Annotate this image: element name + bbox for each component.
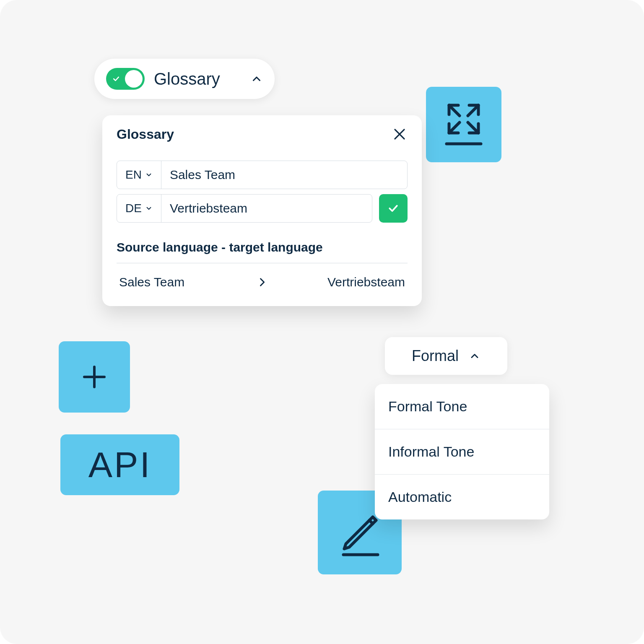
expand-tile[interactable] bbox=[426, 87, 501, 162]
source-lang-picker[interactable]: EN bbox=[117, 161, 161, 189]
source-lang-code: EN bbox=[125, 168, 142, 182]
tone-selector[interactable]: Formal bbox=[385, 337, 507, 375]
glossary-panel: Glossary EN DE bbox=[102, 115, 422, 306]
glossary-entry-row[interactable]: Sales Team Vertriebsteam bbox=[117, 263, 408, 289]
glossary-toggle[interactable] bbox=[106, 68, 145, 90]
tone-menu: Formal Tone Informal Tone Automatic bbox=[375, 384, 549, 519]
source-term-group: EN bbox=[117, 161, 408, 189]
glossary-toggle-label: Glossary bbox=[154, 70, 241, 88]
glossary-panel-title: Glossary bbox=[117, 127, 174, 142]
expand-icon bbox=[441, 99, 487, 150]
tone-option-formal[interactable]: Formal Tone bbox=[375, 384, 549, 429]
target-term-group: DE bbox=[117, 194, 372, 223]
api-tile[interactable]: API bbox=[60, 434, 179, 495]
chevron-down-icon bbox=[145, 171, 153, 179]
chevron-up-icon bbox=[469, 350, 480, 362]
mapping-target: Vertriebsteam bbox=[268, 275, 408, 289]
target-term-input[interactable] bbox=[161, 195, 372, 222]
check-icon bbox=[387, 202, 400, 215]
mapping-heading: Source language - target language bbox=[117, 240, 408, 263]
target-lang-picker[interactable]: DE bbox=[117, 195, 161, 222]
check-icon bbox=[112, 75, 120, 83]
plus-icon bbox=[79, 362, 109, 392]
mapping-source: Sales Team bbox=[117, 275, 256, 289]
chevron-down-icon bbox=[145, 205, 153, 212]
chevron-up-icon bbox=[250, 73, 263, 85]
tone-selected-label: Formal bbox=[412, 347, 459, 365]
add-tile[interactable] bbox=[59, 341, 130, 413]
tone-option-informal[interactable]: Informal Tone bbox=[375, 429, 549, 474]
chevron-right-icon bbox=[256, 276, 268, 288]
glossary-toggle-chip[interactable]: Glossary bbox=[94, 59, 275, 99]
target-lang-code: DE bbox=[125, 202, 142, 215]
toggle-knob bbox=[125, 70, 143, 88]
close-icon[interactable] bbox=[392, 126, 408, 142]
api-label: API bbox=[88, 444, 152, 486]
confirm-entry-button[interactable] bbox=[379, 194, 408, 223]
source-term-input[interactable] bbox=[161, 161, 407, 189]
tone-option-automatic[interactable]: Automatic bbox=[375, 474, 549, 519]
